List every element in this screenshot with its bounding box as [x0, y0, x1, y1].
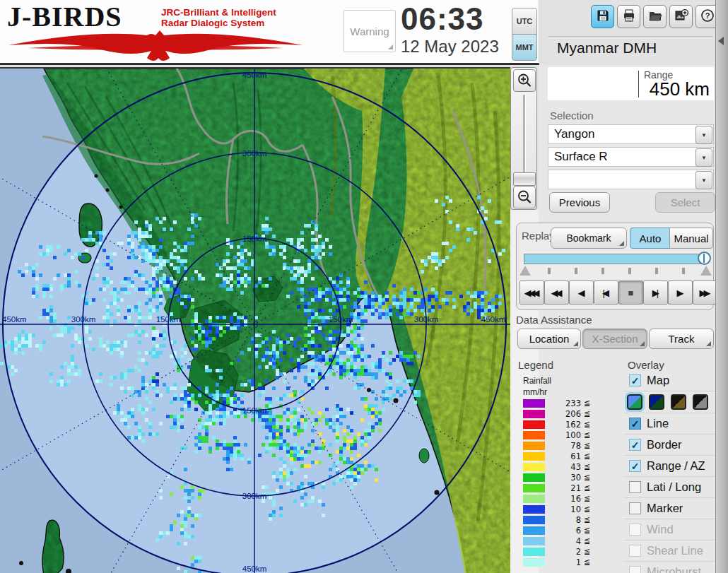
legend-value: 233: [547, 398, 581, 408]
legend-unit-line2: mm/hr: [523, 387, 547, 397]
overlay-item-marker[interactable]: Marker: [623, 497, 715, 519]
panel-splitter[interactable]: [715, 0, 728, 573]
chevron-down-icon[interactable]: ▼: [695, 148, 712, 167]
print-button[interactable]: [617, 5, 640, 28]
step-forward-button[interactable]: ▶|: [643, 280, 668, 305]
option-dropdown[interactable]: ▼: [548, 170, 714, 189]
product-dropdown[interactable]: Surface R ▼: [548, 147, 714, 167]
less-equal-sign: ≦: [584, 557, 590, 567]
svg-text:450km: 450km: [2, 315, 27, 324]
open-button[interactable]: [643, 5, 667, 28]
floppy-icon: [596, 8, 610, 25]
add-image-button[interactable]: [669, 5, 693, 28]
checkbox-checked[interactable]: ✓: [629, 439, 641, 451]
legend-value: 206: [547, 409, 581, 419]
save-button[interactable]: [591, 5, 614, 28]
play-button[interactable]: ▶: [668, 280, 693, 305]
checkbox-unchecked[interactable]: [629, 481, 641, 493]
clock-date: 12 May 2023: [401, 37, 521, 57]
overlay-item-map[interactable]: ✓Map: [623, 370, 715, 391]
overlay-item-microburst[interactable]: Microburst: [623, 561, 715, 573]
slider-tick: [628, 268, 631, 274]
warning-button[interactable]: Warning: [344, 10, 396, 52]
svg-text:450km: 450km: [242, 565, 267, 573]
less-equal-sign: ≦: [584, 430, 590, 439]
site-dropdown[interactable]: Yangon ▼: [548, 124, 714, 144]
transport-controls: ◀◀◀◀◀◀|◀■▶|▶▶▶▶▶▶: [519, 280, 728, 305]
stop-button[interactable]: ■: [618, 280, 643, 305]
legend-row: 162≦: [523, 420, 608, 430]
zoom-out-button[interactable]: [513, 186, 536, 208]
slider-start-marker[interactable]: [519, 266, 531, 276]
menu-corner-icon: [619, 241, 624, 246]
overlay-item-lati-long[interactable]: Lati / Long: [623, 476, 715, 497]
slider-tick: [601, 268, 604, 274]
selection-section-label: Selection: [550, 110, 594, 122]
xsection-button[interactable]: X-Section: [582, 329, 647, 349]
image-plus-icon: [674, 8, 688, 25]
svg-text:150km: 150km: [329, 315, 353, 324]
legend-value: 43: [547, 462, 581, 472]
overlay-item-shear-line[interactable]: Shear Line: [623, 540, 715, 561]
legend-row: 16≦: [523, 494, 608, 504]
location-button[interactable]: Location: [517, 329, 581, 349]
chevron-down-icon[interactable]: ▼: [695, 171, 712, 189]
forward-button[interactable]: ▶▶: [693, 280, 717, 305]
legend-color-swatch: [523, 452, 545, 461]
legend-color-swatch: [523, 484, 545, 492]
warning-label: Warning: [350, 25, 389, 37]
range-box: Range 450 km: [548, 67, 714, 100]
rewind-button[interactable]: ◀◀: [544, 280, 569, 305]
control-panel: Range 450 km Selection Yangon ▼ Surface …: [539, 65, 715, 573]
zoom-slider-track[interactable]: [523, 95, 526, 184]
legend-value: 61: [547, 451, 581, 461]
radar-map[interactable]: 450km 300km 150km 150km 300km 450km 450k…: [0, 67, 510, 573]
less-equal-sign: ≦: [584, 409, 590, 418]
menu-corner-icon: [573, 341, 578, 346]
zoom-slider-thumb[interactable]: [513, 172, 536, 186]
overlay-item-border[interactable]: ✓Border: [623, 434, 715, 455]
auto-button[interactable]: Auto: [630, 228, 671, 249]
collapse-panel-icon[interactable]: [718, 37, 724, 45]
legend-row: 1≦: [523, 557, 608, 568]
track-label: Track: [669, 333, 695, 345]
play-reverse-button[interactable]: ◀: [569, 280, 594, 305]
magnifier-plus-icon: [517, 73, 532, 88]
checkbox-checked[interactable]: ✓: [629, 460, 641, 472]
utc-toggle-button[interactable]: UTC: [512, 8, 537, 35]
legend-color-swatch: [523, 399, 545, 408]
rewind-fast-button[interactable]: ◀◀◀: [519, 280, 544, 305]
checkbox-checked[interactable]: ✓: [629, 418, 641, 430]
range-value: 450 km: [650, 78, 710, 100]
svg-text:300km: 300km: [71, 315, 96, 324]
replay-slider-thumb[interactable]: [698, 252, 711, 265]
checkbox-unchecked[interactable]: [629, 502, 641, 514]
checkbox-unchecked: [629, 524, 641, 536]
overlay-label: Lati / Long: [647, 480, 701, 494]
overlay-item-range-az[interactable]: ✓Range / AZ: [623, 455, 715, 476]
replay-slider-track[interactable]: [524, 254, 706, 264]
select-button[interactable]: Select: [655, 192, 715, 213]
zoom-in-button[interactable]: [513, 69, 536, 92]
overlay-item-wind[interactable]: Wind: [623, 519, 715, 540]
step-back-button[interactable]: |◀: [594, 280, 618, 305]
map-style-swatch[interactable]: [671, 394, 686, 410]
map-style-swatch[interactable]: [693, 394, 708, 410]
data-assistance-label: Data Assistance: [516, 314, 592, 326]
mmt-toggle-button[interactable]: MMT: [512, 34, 537, 61]
map-style-swatch[interactable]: [649, 394, 664, 410]
eagle-icon: [7, 30, 304, 64]
map-style-swatch-selected[interactable]: [627, 394, 642, 410]
bookmark-button[interactable]: Bookmark: [551, 228, 627, 249]
manual-button[interactable]: Manual: [669, 228, 713, 249]
track-button[interactable]: Track: [649, 329, 714, 349]
svg-text:150km: 150km: [156, 315, 181, 324]
chevron-down-icon[interactable]: ▼: [695, 126, 712, 144]
previous-button[interactable]: Previous: [549, 192, 610, 213]
overlay-label: Border: [647, 438, 682, 451]
slider-end-marker[interactable]: [700, 266, 712, 276]
checkbox-checked[interactable]: ✓: [629, 374, 641, 386]
less-equal-sign: ≦: [584, 494, 590, 503]
less-equal-sign: ≦: [584, 504, 590, 514]
overlay-item-line[interactable]: ✓Line: [623, 413, 715, 434]
